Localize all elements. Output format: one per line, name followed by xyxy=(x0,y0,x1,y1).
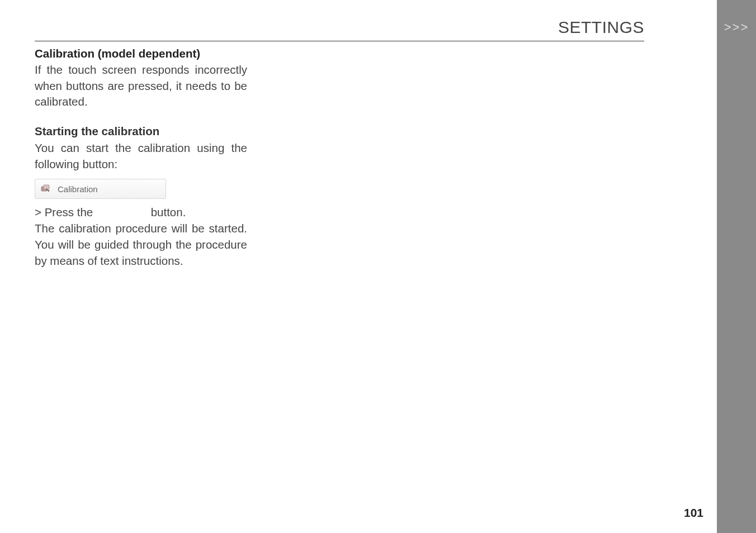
instruction-prefix: > Press the xyxy=(35,206,96,218)
page-number: 101 xyxy=(684,506,703,520)
sidebar-tab: >>> xyxy=(717,0,756,533)
section-heading: Calibration (model dependent) xyxy=(35,47,247,60)
header: SETTINGS xyxy=(35,15,717,41)
intro-paragraph: If the touch screen responds incorrectly… xyxy=(35,62,247,110)
chevron-right-icon: >>> xyxy=(717,20,756,35)
page-title: SETTINGS xyxy=(558,18,644,37)
result-paragraph: The calibration procedure will be starte… xyxy=(35,221,247,269)
header-divider xyxy=(35,41,644,41)
calibration-icon xyxy=(41,184,51,194)
instruction-suffix: button. xyxy=(148,206,186,218)
subheading: Starting the calibration xyxy=(35,125,247,138)
page: >>> SETTINGS Calibration (model dependen… xyxy=(0,0,756,533)
instruction-line: > Press the button. xyxy=(35,206,247,219)
sub-intro-paragraph: You can start the calibration using the … xyxy=(35,140,247,172)
calibration-button-label: Calibration xyxy=(58,184,98,194)
svg-point-2 xyxy=(48,191,50,192)
calibration-button[interactable]: Calibration xyxy=(35,179,166,199)
content-column: Calibration (model dependent) If the tou… xyxy=(35,47,247,271)
